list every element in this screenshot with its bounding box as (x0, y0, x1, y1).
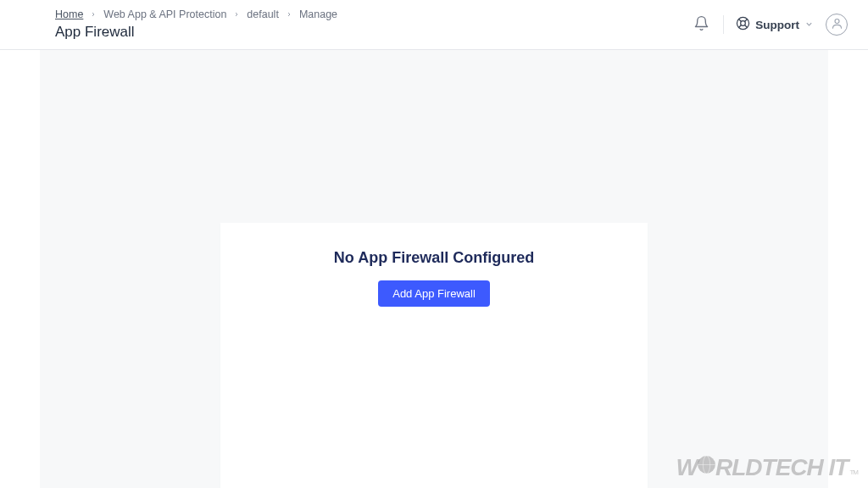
breadcrumb-default[interactable]: default (247, 8, 279, 20)
svg-line-2 (739, 19, 742, 21)
support-label: Support (755, 19, 799, 31)
chevron-down-icon (804, 19, 814, 31)
breadcrumb-home[interactable]: Home (55, 8, 83, 20)
breadcrumb-manage: Manage (299, 8, 337, 20)
globe-icon (698, 454, 715, 481)
page-title: App Firewall (55, 24, 337, 41)
support-dropdown[interactable]: Support (736, 16, 814, 33)
header-left: Home Web App & API Protection default Ma… (55, 8, 337, 41)
empty-state-card: No App Firewall Configured Add App Firew… (220, 223, 648, 488)
breadcrumb: Home Web App & API Protection default Ma… (55, 8, 337, 20)
content-area: No App Firewall Configured Add App Firew… (40, 50, 828, 488)
watermark-text-part2: RLDTECH IT (715, 454, 848, 481)
notifications-button[interactable] (691, 14, 711, 35)
chevron-right-icon (90, 11, 97, 18)
chevron-right-icon (286, 11, 292, 18)
breadcrumb-protection[interactable]: Web App & API Protection (103, 8, 226, 20)
svg-point-1 (741, 21, 746, 26)
page-header: Home Web App & API Protection default Ma… (0, 0, 868, 50)
user-icon (831, 17, 843, 33)
svg-line-3 (745, 25, 748, 28)
svg-point-6 (835, 19, 839, 23)
svg-line-5 (739, 25, 742, 28)
watermark-text-part1: W (676, 454, 698, 481)
bell-icon (693, 15, 709, 35)
separator (723, 15, 724, 34)
header-right: Support (691, 8, 848, 36)
watermark-tm: TM (849, 469, 858, 476)
chevron-right-icon (233, 11, 240, 18)
watermark: W RLDTECH IT TM (676, 454, 858, 481)
support-icon (736, 16, 750, 33)
user-avatar-button[interactable] (826, 14, 848, 36)
svg-line-4 (745, 19, 748, 21)
add-app-firewall-button[interactable]: Add App Firewall (378, 280, 490, 307)
empty-state-title: No App Firewall Configured (237, 249, 631, 267)
